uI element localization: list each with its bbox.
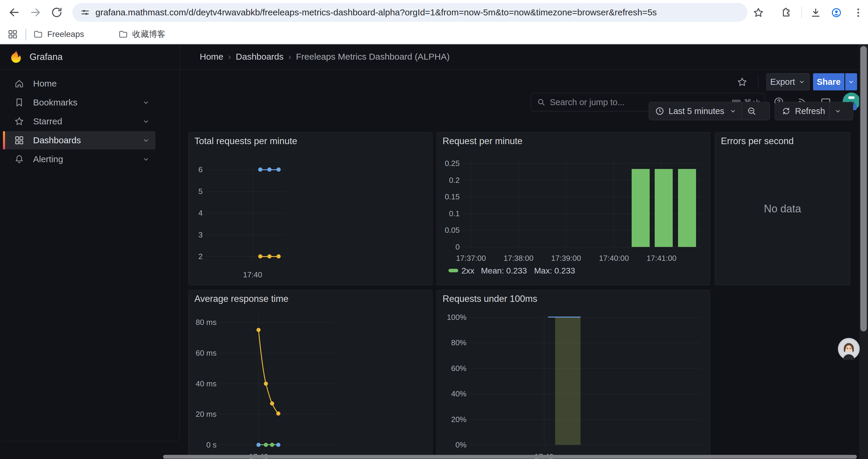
data-point xyxy=(258,167,262,172)
forward-icon[interactable] xyxy=(30,6,41,18)
apps-grid-icon[interactable] xyxy=(7,29,18,41)
gridline-v xyxy=(519,160,519,247)
panel-title[interactable]: Requests under 100ms xyxy=(442,294,537,304)
sidebar-item-alerting[interactable]: Alerting xyxy=(3,150,155,168)
share-menu-button[interactable] xyxy=(845,73,857,90)
reload-icon[interactable] xyxy=(51,6,63,18)
legend-mean: Mean: 0.233 xyxy=(481,266,527,275)
apps-icon xyxy=(14,135,24,145)
sidebar-item-dashboards[interactable]: Dashboards xyxy=(3,131,155,150)
data-point xyxy=(276,443,280,447)
zoom-out-button[interactable] xyxy=(742,102,761,120)
x-axis-tick: 17:39:00 xyxy=(542,254,590,263)
vertical-scrollbar-thumb[interactable] xyxy=(860,46,867,331)
horizontal-scrollbar-thumb[interactable] xyxy=(163,455,857,459)
x-axis-tick: 17:41:00 xyxy=(638,254,685,263)
bar-17:40:30 xyxy=(632,169,650,247)
y-axis-tick: 20% xyxy=(437,415,466,424)
gridline-h xyxy=(469,342,701,343)
chevron-down-icon xyxy=(798,78,806,86)
bookmark-star-icon[interactable] xyxy=(753,7,764,20)
legend-series-name[interactable]: 2xx xyxy=(462,266,474,275)
url-bar[interactable]: grafana.mathmast.com/d/deytv4rwavabkb/fr… xyxy=(72,3,747,22)
sidebar-item-home[interactable]: Home xyxy=(3,74,155,93)
share-button[interactable]: Share xyxy=(813,73,844,90)
refresh-group: Refresh xyxy=(775,102,853,120)
profile-icon[interactable] xyxy=(831,7,842,20)
y-axis-tick: 0 s xyxy=(188,440,217,450)
export-label: Export xyxy=(770,77,795,87)
x-axis-tick: 17:40:00 xyxy=(590,254,638,263)
bar-17:41:00 xyxy=(655,169,673,247)
panel-body: 0.250.20.150.10.05017:37:0017:38:0017:39… xyxy=(437,132,710,285)
star-icon xyxy=(14,117,24,126)
gridline-h xyxy=(219,353,335,353)
chevron-down-icon[interactable] xyxy=(142,98,150,107)
assistant-avatar[interactable] xyxy=(838,338,860,361)
chevron-down-icon[interactable] xyxy=(142,155,150,163)
grafana-header: Grafana Home›Dashboards›Freeleaps Metric… xyxy=(0,44,868,70)
data-point xyxy=(256,443,260,447)
time-range-group: Last 5 minutes xyxy=(649,102,770,120)
y-axis-tick: 5 xyxy=(188,187,203,196)
folder-icon xyxy=(33,29,43,39)
gridline-h xyxy=(469,394,701,394)
breadcrumb-item[interactable]: Dashboards xyxy=(236,52,284,62)
refresh-icon xyxy=(781,106,791,116)
site-settings-icon[interactable] xyxy=(80,7,90,18)
sidebar-item-bookmarks[interactable]: Bookmarks xyxy=(3,93,155,112)
browser-menu-icon[interactable] xyxy=(852,7,864,20)
data-point xyxy=(264,382,268,386)
panel-title[interactable]: Average response time xyxy=(194,294,288,304)
no-data-text: No data xyxy=(764,203,801,215)
back-icon[interactable] xyxy=(8,6,20,18)
chevron-down-icon[interactable] xyxy=(142,136,150,144)
folder-icon xyxy=(118,29,128,39)
breadcrumb-item[interactable]: Home xyxy=(200,52,223,62)
bookmark-icon xyxy=(14,97,24,107)
data-point xyxy=(276,412,280,416)
extensions-icon[interactable] xyxy=(780,7,792,20)
panel-body: 100%80%60%40%20%0%17:40NameLast */api/_l… xyxy=(437,290,710,459)
panel-title[interactable]: Request per minute xyxy=(442,136,523,146)
y-axis-tick: 0.15 xyxy=(437,192,460,201)
panel-title[interactable]: Errors per second xyxy=(721,136,794,146)
sidebar-item-label: Home xyxy=(33,78,155,89)
favorite-dashboard-icon[interactable] xyxy=(737,77,747,89)
chevron-down-icon[interactable] xyxy=(142,117,150,126)
bookmark-folder-0[interactable]: Freeleaps xyxy=(33,25,84,43)
time-range-label: Last 5 minutes xyxy=(669,106,724,116)
grafana-logo-icon[interactable] xyxy=(8,49,24,66)
breadcrumb-item: Freeleaps Metrics Dashboard (ALPHA) xyxy=(296,52,450,62)
chevron-down-icon xyxy=(729,107,737,115)
bar-17:41:30 xyxy=(678,169,696,247)
breadcrumb: Home›Dashboards›Freeleaps Metrics Dashbo… xyxy=(200,52,450,62)
gridline-v xyxy=(253,166,253,261)
time-range-picker[interactable]: Last 5 minutes xyxy=(649,102,742,120)
gridline-v xyxy=(258,315,259,447)
refresh-button[interactable]: Refresh xyxy=(775,102,829,120)
data-point xyxy=(270,401,274,405)
data-point xyxy=(256,328,260,332)
panel-total-requests-per-minute: Total requests per minute 6543217:40Name… xyxy=(188,132,433,285)
data-point xyxy=(277,254,281,258)
gridline-v xyxy=(544,315,544,445)
breadcrumb-separator: › xyxy=(223,52,236,62)
download-icon[interactable] xyxy=(810,7,821,20)
export-button[interactable]: Export xyxy=(766,73,809,90)
panel-title[interactable]: Total requests per minute xyxy=(194,136,297,146)
page: grafana.mathmast.com/d/deytv4rwavabkb/fr… xyxy=(0,0,868,459)
panel-requests-under-100ms: Requests under 100ms 100%80%60%40%20%0%1… xyxy=(436,290,710,459)
bookmark-label: 收藏博客 xyxy=(132,29,165,40)
gridline-h xyxy=(469,317,701,318)
sidebar-item-starred[interactable]: Starred xyxy=(3,112,155,131)
url-text[interactable]: grafana.mathmast.com/d/deytv4rwavabkb/fr… xyxy=(95,7,657,18)
bookmark-folder-1[interactable]: 收藏博客 xyxy=(118,25,165,43)
panel-body: 80 ms60 ms40 ms20 ms0 s17:40NameMeanLas/… xyxy=(188,290,432,459)
gridline-h xyxy=(469,368,701,369)
refresh-interval-button[interactable] xyxy=(830,102,846,120)
y-axis-tick: 3 xyxy=(188,230,203,239)
y-axis-tick: 6 xyxy=(188,165,203,174)
response-time-curve xyxy=(188,290,342,455)
home-icon xyxy=(14,78,24,89)
